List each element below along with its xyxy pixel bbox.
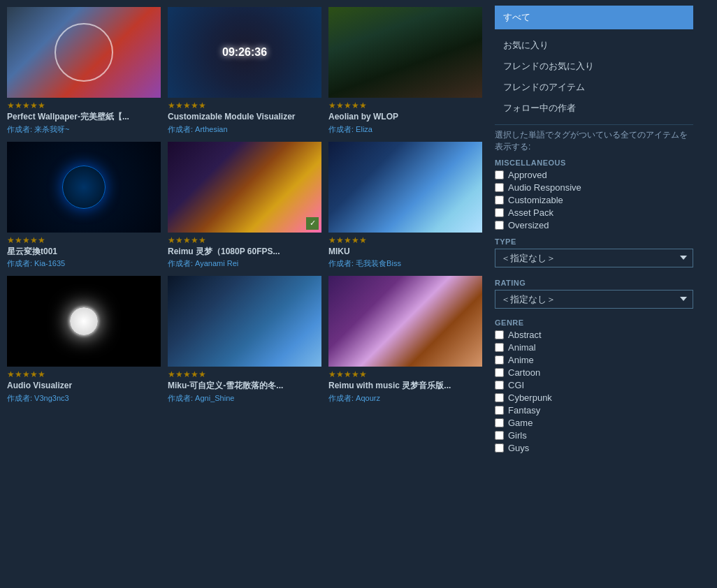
tag-section: 選択した単語でタグがついている全てのアイテムを表示する: MISCELLANEO… [495, 129, 693, 453]
friends-favorites-link[interactable]: フレンドのお気に入り [495, 56, 693, 77]
item-grid: ★★★★★Perfect Wallpaper-完美壁紙【...作成者: 来杀我呀… [7, 7, 482, 404]
item-thumbnail [328, 7, 482, 98]
filter-section-all: すべて [495, 6, 693, 29]
item-title: Reimu with music 灵梦音乐版... [328, 381, 482, 392]
checkbox-cb-girls[interactable] [495, 431, 504, 440]
checkbox-row: Customizable [495, 195, 693, 205]
item-title: 星云変換t001 [7, 247, 161, 258]
checkbox-label-cb-oversized[interactable]: Oversized [508, 220, 549, 230]
item-title: Audio Visualizer [7, 381, 161, 392]
friends-items-link[interactable]: フレンドのアイテム [495, 77, 693, 98]
checkbox-cb-custom[interactable] [495, 196, 504, 205]
item-thumbnail [328, 276, 482, 367]
checkbox-row: Girls [495, 430, 693, 441]
checkbox-row: Approved [495, 170, 693, 180]
genre-checkboxes: AbstractAnimalAnimeCartoonCGICyberpunkFa… [495, 330, 693, 453]
checkbox-cb-abstract[interactable] [495, 330, 504, 339]
checkbox-row: CGI [495, 380, 693, 390]
item-stars: ★★★★★ [328, 235, 482, 245]
checkbox-cb-oversized[interactable] [495, 221, 504, 230]
item-thumbnail [168, 7, 321, 98]
type-select[interactable]: ＜指定なし＞ [495, 249, 693, 267]
sidebar: すべて お気に入り フレンドのお気に入り フレンドのアイテム フォロー中の作者 … [489, 0, 699, 588]
item-stars: ★★★★★ [328, 101, 482, 110]
item-thumbnail [168, 276, 321, 367]
rating-select[interactable]: ＜指定なし＞ [495, 290, 693, 309]
item-author: 作成者: Ayanami Rei [168, 258, 321, 269]
rating-label: RATING [495, 279, 693, 287]
checkmark-icon: ✓ [306, 217, 319, 230]
checkbox-row: Asset Pack [495, 207, 693, 218]
checkbox-label-cb-approved[interactable]: Approved [508, 170, 547, 180]
item-stars: ★★★★★ [168, 369, 321, 379]
misc-checkboxes: ApprovedAudio ResponsiveCustomizableAsse… [495, 170, 693, 230]
checkbox-cb-cartoon[interactable] [495, 368, 504, 377]
checkbox-row: Oversized [495, 220, 693, 230]
following-author-link[interactable]: フォロー中の作者 [495, 98, 693, 119]
genre-label: GENRE [495, 318, 693, 327]
type-label: TYPE [495, 237, 693, 246]
checkbox-cb-approved[interactable] [495, 170, 504, 179]
checkbox-label-cb-animal[interactable]: Animal [508, 342, 536, 353]
checkbox-label-cb-guys[interactable]: Guys [508, 443, 529, 453]
item-card[interactable]: ★★★★★Reimu with music 灵梦音乐版...作成者: Aqour… [328, 276, 482, 404]
item-author: 作成者: Kia-1635 [7, 258, 161, 269]
item-title: Customizable Module Visualizer [168, 112, 321, 123]
checkbox-cb-cgi[interactable] [495, 381, 504, 390]
checkbox-cb-cyberpunk[interactable] [495, 393, 504, 402]
checkbox-label-cb-fantasy[interactable]: Fantasy [508, 405, 540, 416]
item-card[interactable]: ★★★★★Aeolian by WLOP作成者: Eliza [328, 7, 482, 135]
item-card[interactable]: ★★★★★MIKU作成者: 毛我装食Biss [328, 142, 482, 270]
item-stars: ★★★★★ [168, 101, 321, 110]
item-card[interactable]: ★★★★★Perfect Wallpaper-完美壁紙【...作成者: 来杀我呀… [7, 7, 161, 135]
checkbox-label-cb-custom[interactable]: Customizable [508, 195, 563, 205]
item-thumbnail [328, 142, 482, 233]
all-button[interactable]: すべて [495, 6, 693, 29]
item-author: 作成者: 来杀我呀~ [7, 124, 161, 135]
item-stars: ★★★★★ [7, 235, 161, 245]
item-stars: ★★★★★ [168, 235, 321, 245]
checkbox-cb-audio[interactable] [495, 183, 504, 192]
checkbox-cb-anime[interactable] [495, 355, 504, 365]
item-title: Aeolian by WLOP [328, 112, 482, 123]
filter-section-links: お気に入り フレンドのお気に入り フレンドのアイテム フォロー中の作者 [495, 35, 693, 119]
checkbox-row: Animal [495, 342, 693, 353]
item-author: 作成者: 毛我装食Biss [328, 258, 482, 269]
checkbox-cb-guys[interactable] [495, 443, 504, 453]
checkbox-cb-fantasy[interactable] [495, 406, 504, 415]
tag-section-title: 選択した単語でタグがついている全てのアイテムを表示する: [495, 129, 693, 153]
checkbox-label-cb-game[interactable]: Game [508, 418, 533, 428]
checkbox-label-cb-abstract[interactable]: Abstract [508, 330, 542, 340]
checkbox-label-cb-cartoon[interactable]: Cartoon [508, 367, 540, 378]
item-thumbnail [7, 142, 161, 233]
checkbox-cb-game[interactable] [495, 418, 504, 427]
divider-1 [495, 124, 693, 125]
checkbox-cb-asset[interactable] [495, 208, 504, 217]
item-card[interactable]: ★★★★★星云変換t001作成者: Kia-1635 [7, 142, 161, 270]
checkbox-label-cb-asset[interactable]: Asset Pack [508, 207, 553, 218]
item-title: MIKU [328, 247, 482, 258]
favorites-link[interactable]: お気に入り [495, 35, 693, 56]
item-card[interactable]: ★★★★★Customizable Module Visualizer作成者: … [168, 7, 321, 135]
item-card[interactable]: ★★★★★Miku-可自定义-雪花散落的冬...作成者: Agni_Shine [168, 276, 321, 404]
checkbox-label-cb-cyberpunk[interactable]: Cyberpunk [508, 392, 552, 403]
item-title: Miku-可自定义-雪花散落的冬... [168, 381, 321, 392]
item-stars: ★★★★★ [7, 369, 161, 379]
item-title: Perfect Wallpaper-完美壁紙【... [7, 112, 161, 123]
checkbox-row: Anime [495, 355, 693, 365]
checkbox-row: Audio Responsive [495, 182, 693, 193]
item-author: 作成者: Eliza [328, 124, 482, 135]
checkbox-label-cb-audio[interactable]: Audio Responsive [508, 182, 581, 193]
item-card[interactable]: ✓★★★★★Reimu 灵梦（1080P 60FPS...作成者: Ayanam… [168, 142, 321, 270]
checkbox-cb-animal[interactable] [495, 343, 504, 352]
checkbox-label-cb-anime[interactable]: Anime [508, 355, 534, 365]
item-stars: ★★★★★ [7, 101, 161, 110]
misc-label: MISCELLANEOUS [495, 159, 693, 167]
checkbox-label-cb-girls[interactable]: Girls [508, 430, 527, 441]
item-thumbnail: ✓ [168, 142, 321, 233]
item-author: 作成者: Aqourz [328, 393, 482, 404]
checkbox-row: Cartoon [495, 367, 693, 378]
checkbox-label-cb-cgi[interactable]: CGI [508, 380, 524, 390]
item-author: 作成者: Arthesian [168, 124, 321, 135]
item-card[interactable]: ★★★★★Audio Visualizer作成者: V3ng3nc3 [7, 276, 161, 404]
